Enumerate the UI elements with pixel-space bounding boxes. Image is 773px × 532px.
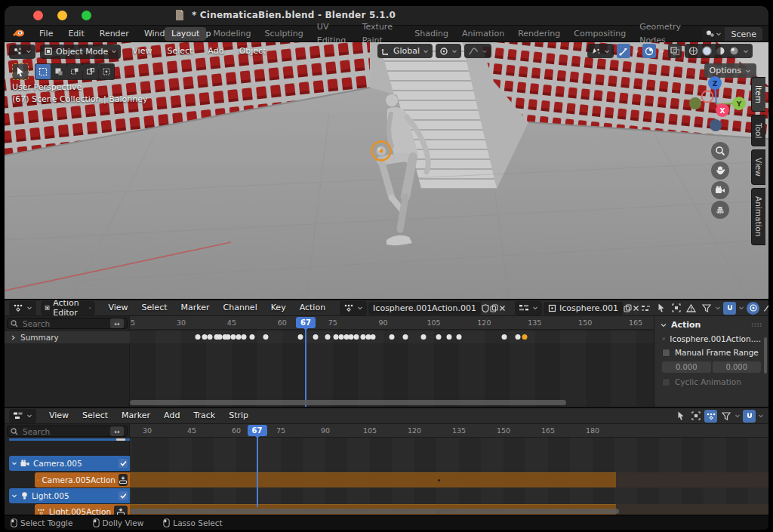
workspace-tab-layout[interactable]: Layout bbox=[165, 27, 206, 41]
new-action-button[interactable] bbox=[490, 302, 498, 315]
nla-row-camera.005[interactable] bbox=[130, 456, 768, 471]
dope-ruler[interactable]: 153045607590105120135150165 bbox=[130, 316, 654, 330]
dope-menu-view[interactable]: View bbox=[101, 300, 134, 315]
menu-render[interactable]: Render bbox=[92, 26, 137, 42]
cursor-select-button[interactable] bbox=[674, 410, 687, 423]
chevron-down-icon[interactable] bbox=[758, 413, 764, 419]
navigation-gizmo[interactable]: Z Y X bbox=[688, 75, 751, 139]
keyframe[interactable] bbox=[371, 334, 376, 340]
minimize-window-button[interactable] bbox=[57, 11, 67, 20]
scene-name[interactable]: Scene bbox=[725, 27, 762, 41]
only-selected-channels-button[interactable] bbox=[639, 302, 652, 315]
blender-logo-icon[interactable] bbox=[12, 28, 25, 39]
cursor-select-button[interactable] bbox=[654, 302, 667, 315]
keyframe[interactable] bbox=[446, 334, 451, 340]
select-intersect-tool-button[interactable] bbox=[99, 64, 114, 79]
overlays-toggle[interactable] bbox=[642, 44, 656, 58]
sidebar-tab-animation[interactable]: Animation bbox=[751, 188, 765, 245]
filter-button[interactable] bbox=[719, 410, 732, 423]
scene-selector[interactable]: Scene bbox=[702, 27, 762, 41]
editor-type-button[interactable] bbox=[9, 45, 35, 59]
show-gizmo-selector[interactable] bbox=[587, 44, 614, 58]
nla-track-light.005action[interactable]: Light.005Action bbox=[35, 504, 130, 515]
keyframe[interactable] bbox=[456, 334, 461, 340]
proportional-editing-button[interactable] bbox=[464, 44, 491, 58]
keyframe[interactable] bbox=[516, 334, 521, 340]
keyframe[interactable] bbox=[421, 334, 427, 340]
editor-type-button[interactable] bbox=[9, 301, 36, 315]
dope-mode-selector[interactable]: Action Editor bbox=[41, 301, 95, 315]
pushdown-action-button[interactable] bbox=[119, 474, 128, 486]
cyclic-animation-checkbox[interactable] bbox=[662, 378, 670, 386]
keyframe[interactable] bbox=[241, 334, 246, 340]
dope-menu-marker[interactable]: Marker bbox=[174, 300, 217, 315]
nla-track-light.005[interactable]: Light.005 bbox=[9, 488, 130, 503]
chevron-down-icon[interactable] bbox=[661, 322, 667, 328]
workspace-tab-sculpting[interactable]: Sculpting bbox=[257, 27, 310, 41]
keyframe[interactable] bbox=[389, 334, 394, 340]
snapping-button[interactable] bbox=[436, 44, 461, 58]
toggle-perspective-button[interactable] bbox=[711, 201, 729, 219]
pan-view-button[interactable] bbox=[711, 161, 729, 180]
close-window-button[interactable] bbox=[33, 11, 43, 20]
keyframe[interactable] bbox=[207, 334, 212, 340]
chevron-down-icon[interactable] bbox=[659, 48, 665, 54]
scene-browse-icon[interactable] bbox=[705, 29, 716, 38]
keyframe[interactable] bbox=[196, 334, 201, 340]
shading-wireframe-button[interactable] bbox=[688, 46, 698, 56]
dope-menu-channel[interactable]: Channel bbox=[217, 300, 264, 315]
keyframe-selected[interactable] bbox=[522, 334, 527, 340]
nla-menu-add[interactable]: Add bbox=[157, 408, 186, 423]
track-enabled-checkbox[interactable] bbox=[119, 459, 128, 468]
unlink-object-action-button[interactable] bbox=[633, 302, 639, 315]
chevron-down-icon[interactable] bbox=[715, 305, 721, 311]
expand-icon[interactable]: ↔ bbox=[110, 426, 124, 436]
zoom-view-button[interactable] bbox=[711, 142, 729, 160]
nla-menu-select[interactable]: Select bbox=[75, 408, 115, 423]
snap-button[interactable] bbox=[723, 302, 736, 315]
keyframe[interactable] bbox=[436, 334, 442, 340]
nla-search[interactable]: ↔ bbox=[7, 426, 128, 437]
nla-menu-view[interactable]: View bbox=[42, 408, 75, 423]
summary-channel[interactable]: Summary bbox=[5, 331, 130, 343]
snap-button[interactable] bbox=[743, 410, 756, 423]
playhead[interactable] bbox=[257, 438, 258, 507]
nla-search-input[interactable] bbox=[21, 426, 107, 437]
viewport-menu-view[interactable]: View bbox=[125, 44, 159, 59]
nla-menu-strip[interactable]: Strip bbox=[222, 408, 255, 423]
maximize-window-button[interactable] bbox=[82, 11, 91, 20]
viewport-3d[interactable]: Object Mode ViewSelectAddObject Global bbox=[5, 42, 768, 299]
chevron-down-icon[interactable] bbox=[633, 48, 639, 54]
tweak-tool-button[interactable] bbox=[12, 63, 29, 80]
dope-search-input[interactable] bbox=[21, 318, 107, 329]
panel-action-name-row[interactable]: Icosphere.001Action.... bbox=[654, 332, 768, 346]
manual-frame-range-checkbox[interactable] bbox=[662, 349, 670, 357]
workspace-tab-animation[interactable]: Animation bbox=[455, 27, 511, 41]
chevron-down-icon[interactable] bbox=[743, 48, 749, 54]
sidebar-tab-view[interactable]: View bbox=[751, 149, 765, 185]
select-new-tool-button[interactable] bbox=[51, 64, 66, 79]
channel-filter-button[interactable] bbox=[515, 301, 542, 315]
nla-ruler[interactable]: 3045607590105120135150165180 bbox=[130, 424, 768, 438]
fake-user-button[interactable] bbox=[482, 302, 489, 315]
show-keyframes-button[interactable] bbox=[704, 410, 717, 423]
keyframe[interactable] bbox=[249, 334, 254, 340]
gizmos-toggle[interactable] bbox=[617, 44, 630, 58]
show-errors-button[interactable] bbox=[685, 302, 698, 315]
interpolation-button[interactable] bbox=[762, 302, 768, 315]
nla-menu-track[interactable]: Track bbox=[186, 408, 222, 423]
workspace-tab-shading[interactable]: Shading bbox=[408, 27, 455, 41]
filter-button[interactable] bbox=[700, 302, 713, 315]
sidebar-tab-item[interactable]: Item bbox=[751, 77, 765, 112]
keying-target-button[interactable] bbox=[747, 302, 759, 315]
viewport-menu-select[interactable]: Select bbox=[160, 44, 199, 59]
nla-timeline[interactable]: 3045607590105120135150165180 67 bbox=[130, 424, 768, 515]
keyframe[interactable] bbox=[298, 334, 303, 340]
nla-track-camera.005[interactable]: Camera.005 bbox=[9, 456, 130, 471]
range-start-field[interactable]: 0.000 bbox=[662, 361, 711, 373]
workspace-tab-compositing[interactable]: Compositing bbox=[567, 27, 633, 41]
nla-menu-marker[interactable]: Marker bbox=[115, 408, 157, 423]
camera-view-button[interactable] bbox=[711, 181, 729, 199]
select-subtract-tool-button[interactable] bbox=[83, 64, 98, 79]
playhead[interactable] bbox=[305, 330, 306, 407]
